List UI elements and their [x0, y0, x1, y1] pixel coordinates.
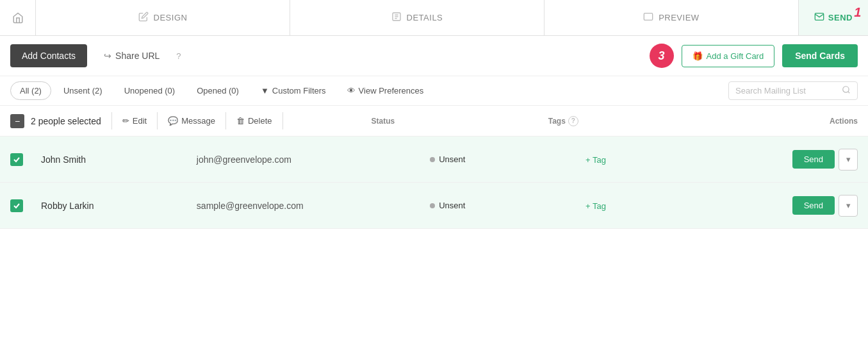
top-navigation: DESIGN DETAILS PREVIEW SEND 1 [0, 0, 868, 36]
svg-point-5 [843, 87, 849, 92]
contact-checkbox-robby-larkin[interactable] [10, 199, 23, 212]
search-mailing-container[interactable] [728, 81, 858, 100]
tab-preview-label: PREVIEW [659, 13, 699, 22]
filter-icon: ▼ [261, 86, 269, 96]
home-button[interactable] [0, 0, 36, 35]
add-contacts-button[interactable]: Add Contacts [10, 44, 87, 67]
send-step-badge: 1 [854, 5, 862, 20]
contact-actions-dropdown[interactable]: ▾ [839, 149, 858, 170]
edit-selected-button[interactable]: ✏ Edit [111, 112, 158, 129]
status-dot [430, 203, 435, 208]
contact-actions: Send ▾ [741, 195, 858, 217]
status-text: Unsent [439, 154, 465, 164]
preview-icon [643, 12, 653, 24]
details-icon [391, 12, 402, 24]
filter-bar: All (2) Unsent (2) Unopened (0) Opened (… [0, 76, 868, 106]
search-mailing-input[interactable] [735, 86, 838, 96]
send-cards-button[interactable]: Send Cards [782, 44, 858, 67]
view-preferences-button[interactable]: 👁 View Preferences [338, 82, 433, 99]
filter-tab-opened[interactable]: Opened (0) [187, 81, 249, 100]
tab-details-label: DETAILS [407, 13, 443, 22]
add-tag-button[interactable]: + Tag [585, 155, 606, 165]
design-icon [138, 12, 149, 24]
filter-tab-unopened[interactable]: Unopened (0) [115, 81, 185, 100]
gift-icon: 🎁 [692, 51, 703, 61]
delete-icon: 🗑 [236, 116, 245, 126]
selection-bar: − 2 people selected ✏ Edit 💬 Message 🗑 D… [0, 106, 868, 137]
help-icon[interactable]: ? [176, 51, 181, 61]
contact-checkbox-john-smith[interactable] [10, 153, 23, 166]
eye-icon: 👁 [347, 86, 356, 96]
contact-status: Unsent [430, 201, 585, 210]
status-dot [430, 157, 435, 162]
main-toolbar: Add Contacts ↪ Share URL ? 3 🎁 Add a Gif… [0, 36, 868, 76]
contact-tags: + Tag [585, 201, 741, 211]
chevron-down-icon: ▾ [846, 201, 851, 210]
checkbox-cell [10, 153, 36, 166]
deselect-all-button[interactable]: − [10, 114, 24, 128]
edit-icon: ✏ [122, 116, 129, 126]
share-icon: ↪ [104, 51, 111, 61]
message-selected-button[interactable]: 💬 Message [158, 112, 226, 129]
filter-tab-unsent[interactable]: Unsent (2) [54, 81, 112, 100]
contact-tags: + Tag [585, 154, 741, 165]
contact-email: sample@greenvelope.com [197, 201, 430, 211]
svg-line-6 [848, 92, 850, 94]
actions-col-header: Actions [725, 117, 858, 126]
chevron-down-icon: ▾ [846, 154, 851, 164]
tab-design-label: DESIGN [154, 13, 188, 22]
tab-details[interactable]: DETAILS [290, 0, 545, 35]
selection-count: 2 people selected [31, 116, 101, 126]
step3-badge: 3 [650, 44, 674, 68]
contact-row-robby-larkin: Robby Larkin sample@greenvelope.com Unse… [0, 183, 868, 229]
contact-status: Unsent [430, 154, 585, 164]
send-contact-button[interactable]: Send [792, 196, 835, 215]
delete-selected-button[interactable]: 🗑 Delete [226, 112, 283, 129]
search-icon [842, 85, 851, 96]
filter-tab-all[interactable]: All (2) [10, 81, 51, 100]
send-tab-label: SEND [828, 13, 853, 22]
custom-filters-button[interactable]: ▼ Custom Filters [251, 81, 336, 100]
tab-preview[interactable]: PREVIEW [545, 0, 799, 35]
contact-name: Robby Larkin [36, 201, 197, 211]
tab-send[interactable]: SEND 1 [799, 0, 868, 35]
contact-actions-dropdown[interactable]: ▾ [839, 195, 858, 217]
contact-name: John Smith [36, 154, 197, 165]
tags-col-header: Tags ? [548, 116, 725, 126]
tab-design[interactable]: DESIGN [36, 0, 290, 35]
contact-email: john@greenvelope.com [197, 154, 430, 165]
contact-actions: Send ▾ [741, 149, 858, 170]
send-mail-icon [814, 12, 824, 24]
status-text: Unsent [439, 201, 465, 210]
contacts-list: John Smith john@greenvelope.com Unsent +… [0, 137, 868, 229]
status-col-header: Status [372, 117, 548, 126]
message-icon: 💬 [168, 116, 178, 126]
tags-help-icon[interactable]: ? [568, 116, 578, 126]
share-url-button[interactable]: ↪ Share URL [95, 44, 168, 67]
svg-rect-4 [644, 13, 652, 21]
send-contact-button[interactable]: Send [792, 150, 835, 169]
add-tag-button[interactable]: + Tag [585, 201, 606, 211]
checkbox-cell [10, 199, 36, 212]
contact-row-john-smith: John Smith john@greenvelope.com Unsent +… [0, 137, 868, 183]
add-gift-card-button[interactable]: 🎁 Add a Gift Card [682, 45, 775, 67]
